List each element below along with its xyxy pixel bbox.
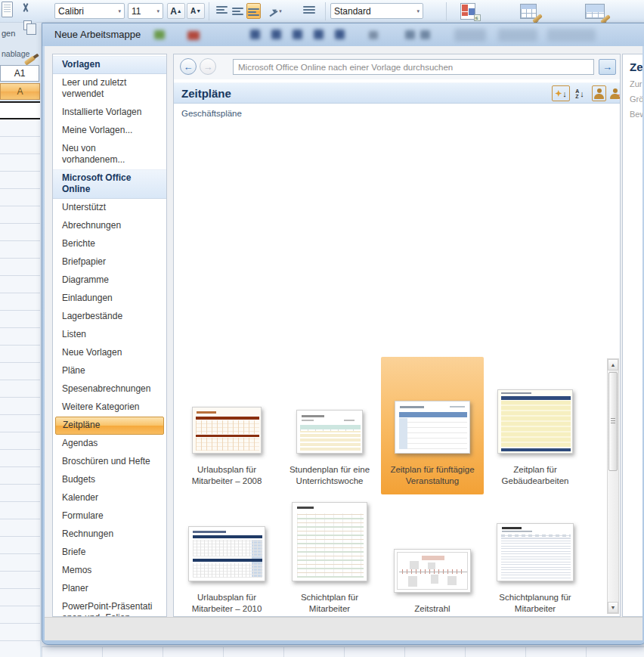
template-card[interactable]: Zeitplan für Gebäudearbeiten (484, 357, 587, 494)
font-size-combo[interactable]: 11 ▾ (128, 3, 163, 19)
sidebar-section-vorlagen: Vorlagen (53, 56, 166, 74)
sidebar-item-berichte[interactable]: Berichte (53, 235, 166, 253)
sidebar-item-neue-vorlagen[interactable]: Neue Vorlagen (53, 344, 166, 362)
sort-alphabetical-button[interactable]: A Z ↓ (571, 85, 588, 101)
scroll-up-arrow[interactable]: ▲ (608, 359, 618, 370)
shrink-font-button[interactable]: A▼ (187, 3, 205, 19)
template-card[interactable]: Urlaubsplan für Mitarbeiter – 2010 (175, 494, 278, 617)
dialog-title: Neue Arbeitsmappe (54, 23, 141, 46)
template-card[interactable]: Stundenplan für eine Unterrichtswoche (278, 357, 381, 494)
sidebar-item-agendas[interactable]: Agendas (53, 435, 166, 453)
search-input[interactable] (233, 59, 594, 75)
cell-styles-button[interactable] (578, 2, 611, 21)
template-card[interactable]: Schichtplan für Mitarbeiter (278, 494, 381, 617)
sidebar-item-leer-und-zuletzt[interactable]: Leer und zuletzt verwendet (53, 74, 166, 104)
sidebar-item-meine-vorlagen[interactable]: Meine Vorlagen... (53, 122, 166, 140)
cut-scissors-icon[interactable] (20, 3, 31, 14)
sidebar-item-spesenabrechnungen[interactable]: Spesenabrechnungen (53, 380, 166, 398)
number-format-combo[interactable]: Standard ▾ (330, 3, 423, 19)
blurred-ribbon-icon (314, 29, 324, 39)
sidebar-item-listen[interactable]: Listen (53, 326, 166, 344)
text-orientation-button[interactable]: ▾ (264, 3, 286, 19)
align-bottom-button[interactable] (246, 3, 261, 19)
copy-icon[interactable] (23, 20, 32, 30)
blurred-ribbon-icon (369, 31, 378, 39)
chevron-down-icon: ▾ (115, 8, 121, 14)
grow-font-button[interactable]: A▲ (167, 3, 185, 19)
align-middle-icon (232, 6, 243, 16)
conditional-formatting-button[interactable]: ≶ (454, 2, 482, 21)
name-box[interactable]: A1 (0, 65, 39, 82)
forward-button[interactable]: → (200, 58, 216, 75)
paste-button-label-fragment: gen (2, 29, 15, 38)
ribbon-divider (325, 2, 326, 20)
template-browser-panel: ← → → Zeitpläne ↓ A Z ↓ (173, 54, 621, 617)
blurred-ribbon-label (498, 29, 537, 42)
person-blocked-icon (610, 88, 620, 99)
template-card[interactable]: Zeitstrahl (381, 494, 484, 617)
sidebar-item-memos[interactable]: Memos (53, 562, 166, 580)
sidebar-item-zeitplaene-selected[interactable]: Zeitpläne (55, 417, 164, 435)
sidebar-item-lagerbestaende[interactable]: Lagerbestände (53, 308, 166, 326)
font-name-combo[interactable]: Calibri ▾ (54, 3, 125, 19)
template-card[interactable]: Schichtplanung für Mitarbeiter (484, 494, 587, 617)
sidebar-item-diagramme[interactable]: Diagramme (53, 271, 166, 290)
selected-cell-a1[interactable] (0, 101, 40, 119)
template-thumbnail (497, 389, 573, 454)
blurred-ribbon-icon (293, 29, 302, 39)
align-middle-button[interactable] (231, 3, 245, 19)
template-caption: Urlaubsplan für Mitarbeiter – 2010 (178, 592, 276, 615)
arrow-down-icon: ↓ (562, 89, 567, 98)
grow-font-icon: A (170, 6, 177, 17)
indent-button[interactable] (299, 3, 319, 19)
sidebar-item-formulare[interactable]: Formulare (53, 507, 166, 525)
template-list-scrollbar[interactable]: ▲ ▼ (607, 358, 619, 614)
blurred-ribbon-icon (154, 30, 165, 39)
chevron-down-icon: ▾ (413, 8, 420, 14)
ribbon-divider (209, 2, 209, 20)
scrollbar-thumb[interactable] (608, 372, 618, 471)
sidebar-item-plaene[interactable]: Pläne (53, 362, 166, 380)
template-card[interactable]: Urlaubsplan für Mitarbeiter – 2008 (175, 357, 278, 494)
rules-badge-icon: ≶ (474, 14, 481, 21)
new-workbook-dialog: Neue Arbeitsmappe Vorlagen Leer und zule… (42, 23, 644, 645)
arrow-down-icon: ↓ (580, 89, 584, 98)
template-caption: Urlaubsplan für Mitarbeiter – 2008 (178, 464, 276, 487)
worksheet-grid (0, 119, 40, 657)
sidebar-item-broschueren-und-hefte[interactable]: Broschüren und Hefte (53, 453, 166, 471)
sidebar-item-einladungen[interactable]: Einladungen (53, 290, 166, 308)
view-with-ratings-button[interactable] (592, 85, 606, 101)
back-button[interactable]: ← (180, 58, 197, 75)
template-caption: Schichtplanung für Mitarbeiter (486, 592, 584, 615)
sidebar-item-installierte-vorlagen[interactable]: Installierte Vorlagen (53, 104, 166, 122)
sidebar-item-kalender[interactable]: Kalender (53, 489, 166, 507)
sidebar-item-weitere-kategorien[interactable]: Weitere Kategorien (53, 398, 166, 417)
sidebar-item-neu-von-vorhandenem[interactable]: Neu von vorhandenem... (53, 140, 166, 169)
view-without-ratings-button[interactable] (608, 85, 621, 101)
conditional-formatting-icon (460, 3, 475, 20)
sort-featured-button[interactable]: ↓ (552, 85, 570, 101)
paste-clipboard-icon[interactable] (2, 2, 13, 17)
subcategory-link[interactable]: Geschäftspläne (181, 109, 242, 118)
blurred-ribbon-icon (405, 30, 415, 39)
format-as-table-button[interactable] (514, 2, 543, 21)
sidebar-item-unterstuetzt[interactable]: Unterstützt (53, 199, 166, 217)
template-thumbnail (394, 549, 471, 593)
sidebar-item-abrechnungen[interactable]: Abrechnungen (53, 217, 166, 235)
sidebar-item-powerpoint[interactable]: PowerPoint-Präsentationen und -Folien (53, 598, 166, 617)
align-top-button[interactable] (215, 3, 229, 19)
search-nav-row: ← → → (174, 54, 620, 79)
search-go-button[interactable]: → (599, 59, 616, 75)
blocked-badge-icon (615, 94, 621, 100)
sidebar-item-briefe[interactable]: Briefe (53, 544, 166, 562)
sidebar-item-briefpapier[interactable]: Briefpapier (53, 253, 166, 271)
template-card-selected[interactable]: Zeitplan für fünftägige Veranstaltung (381, 357, 484, 494)
sidebar-item-planer[interactable]: Planer (53, 580, 166, 598)
dialog-body: Vorlagen Leer und zuletzt verwendet Inst… (45, 46, 642, 640)
person-icon (594, 88, 604, 99)
font-name-value: Calibri (58, 6, 84, 17)
sidebar-item-rechnungen[interactable]: Rechnungen (53, 525, 166, 544)
sidebar-item-budgets[interactable]: Budgets (53, 471, 166, 489)
column-header-a[interactable]: A (0, 83, 40, 100)
scroll-down-arrow[interactable]: ▼ (608, 602, 618, 613)
